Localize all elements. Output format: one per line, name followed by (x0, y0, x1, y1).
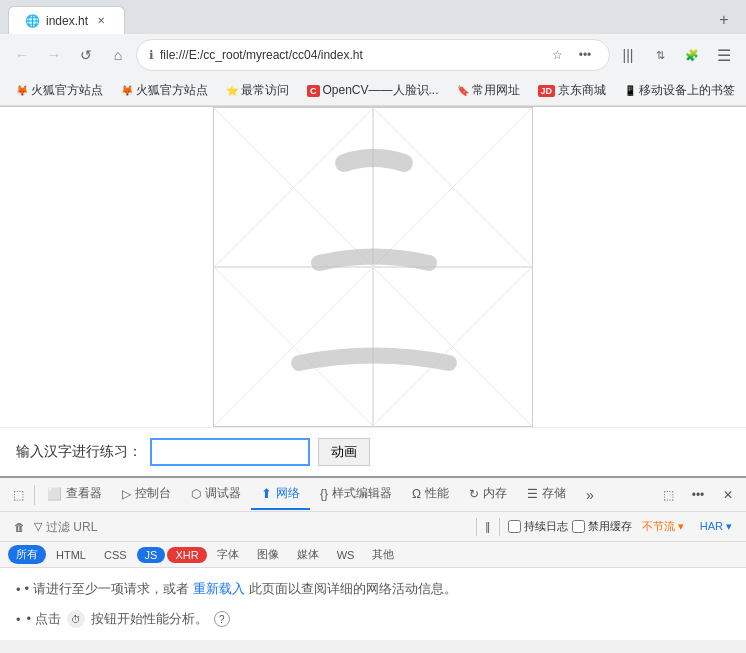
sync-btn[interactable]: ⇅ (646, 41, 674, 69)
persist-log-label[interactable]: 持续日志 (508, 519, 568, 534)
extensions-btn[interactable]: 🧩 (678, 41, 706, 69)
responsive-design-btn[interactable]: ⬚ (654, 481, 682, 509)
devtools-tab-debugger[interactable]: ⬡ 调试器 (181, 479, 251, 510)
devtools-tab-console[interactable]: ▷ 控制台 (112, 479, 181, 510)
character-grid (0, 107, 746, 427)
url-filter-input[interactable] (46, 520, 468, 534)
style-editor-label: 样式编辑器 (332, 485, 392, 502)
bookmark-label-4: 常用网址 (472, 82, 520, 99)
memory-icon: ↻ (469, 487, 479, 501)
msg2-prefix: • 点击 (27, 610, 61, 628)
tab-close-btn[interactable]: ✕ (94, 14, 108, 28)
devtools-tab-inspector[interactable]: ⬜ 查看器 (37, 479, 112, 510)
help-icon[interactable]: ? (214, 611, 230, 627)
msg1-prefix: • 请进行至少一项请求，或者 (25, 580, 189, 598)
disable-cache-checkbox[interactable] (572, 520, 585, 533)
home-btn[interactable]: ⌂ (104, 41, 132, 69)
devtools-options-btn[interactable]: ••• (684, 481, 712, 509)
filter-tab-media[interactable]: 媒体 (289, 545, 327, 564)
browser-content: 输入汉字进行练习： 动画 (0, 107, 746, 476)
filter-tabs: 所有 HTML CSS JS XHR 字体 图像 媒体 WS 其他 (0, 542, 746, 568)
tab-title: index.ht (46, 14, 88, 28)
bookmark-favicon-1: 🦊 (121, 85, 133, 96)
active-tab[interactable]: 🌐 index.ht ✕ (8, 6, 125, 34)
console-icon: ▷ (122, 487, 131, 501)
bookmark-item-5[interactable]: JD 京东商城 (530, 79, 615, 102)
filter-tab-other[interactable]: 其他 (364, 545, 402, 564)
har-btn[interactable]: HAR ▾ (694, 518, 738, 535)
bookmark-item-4[interactable]: 🔖 常用网址 (449, 79, 528, 102)
filter-tab-all[interactable]: 所有 (8, 545, 46, 564)
bullet-1: • (16, 582, 21, 597)
inspector-label: 查看器 (66, 485, 102, 502)
devtools-inspect-btn[interactable]: ⬚ (4, 481, 32, 509)
pause-btn[interactable]: ‖ (485, 520, 491, 533)
persist-log-checkbox[interactable] (508, 520, 521, 533)
bookmark-label-5: 京东商城 (558, 82, 606, 99)
devtools-tab-memory[interactable]: ↻ 内存 (459, 479, 517, 510)
network-messages: • • 请进行至少一项请求，或者 重新载入 此页面以查阅详细的网络活动信息。 •… (0, 568, 746, 640)
reload-btn[interactable]: ↺ (72, 41, 100, 69)
bookmark-label-3: OpenCV——人脸识... (323, 82, 439, 99)
perf-icon: ⏱ (67, 610, 85, 628)
char-input[interactable] (150, 438, 310, 466)
bookmark-item-1[interactable]: 🦊 火狐官方站点 (113, 79, 216, 102)
filter-tab-images[interactable]: 图像 (249, 545, 287, 564)
main-menu-btn[interactable]: ☰ (710, 41, 738, 69)
input-area: 输入汉字进行练习： 动画 (0, 427, 746, 476)
reload-link[interactable]: 重新载入 (193, 580, 245, 598)
devtools-close-btn[interactable]: ✕ (714, 481, 742, 509)
forward-btn[interactable]: → (40, 41, 68, 69)
network-toolbar: 🗑 ▽ ‖ 持续日志 禁用缓存 不节流 ▾ HAR ▾ (0, 512, 746, 542)
back-btn[interactable]: ← (8, 41, 36, 69)
filter-tab-css[interactable]: CSS (96, 547, 135, 563)
bookmark-favicon-4: 🔖 (457, 85, 469, 96)
bookmark-favicon-3: C (307, 85, 320, 97)
bookmarks-bar: 🦊 火狐官方站点 🦊 火狐官方站点 ⭐ 最常访问 C OpenCV——人脸识..… (0, 76, 746, 106)
address-bar[interactable]: ℹ file:///E:/cc_root/myreact/cc04/index.… (136, 39, 610, 71)
performance-icon: Ω (412, 487, 421, 501)
address-text: file:///E:/cc_root/myreact/cc04/index.ht (160, 48, 539, 62)
performance-label: 性能 (425, 485, 449, 502)
network-icon: ⬆ (261, 486, 272, 501)
bookmark-star-btn[interactable]: ☆ (545, 43, 569, 67)
filter-tab-ws[interactable]: WS (329, 547, 363, 563)
devtools-more-tabs-btn[interactable]: » (576, 481, 604, 509)
devtools-tab-network[interactable]: ⬆ 网络 (251, 479, 310, 510)
bookmark-item-6[interactable]: 📱 移动设备上的书签 (616, 79, 743, 102)
devtools-tab-performance[interactable]: Ω 性能 (402, 479, 459, 510)
filter-input-area: ▽ (34, 520, 468, 534)
no-throttle-btn[interactable]: 不节流 ▾ (636, 517, 690, 536)
bookmark-label-1: 火狐官方站点 (136, 82, 208, 99)
persist-log-text: 持续日志 (524, 519, 568, 534)
grid-lines-svg (214, 108, 532, 426)
bookmark-favicon-0: 🦊 (16, 85, 28, 96)
storage-icon: ☰ (527, 487, 538, 501)
bookmark-item-0[interactable]: 🦊 火狐官方站点 (8, 79, 111, 102)
filter-tab-js[interactable]: JS (137, 547, 166, 563)
filter-tab-xhr[interactable]: XHR (167, 547, 206, 563)
tab-bar: 🌐 index.ht ✕ + (0, 0, 746, 34)
bookmark-label-0: 火狐官方站点 (31, 82, 103, 99)
clear-network-btn[interactable]: 🗑 (8, 516, 30, 538)
filter-tab-fonts[interactable]: 字体 (209, 545, 247, 564)
toolbar-separator-1 (34, 485, 35, 505)
animation-btn[interactable]: 动画 (318, 438, 370, 466)
bookmarks-btn[interactable]: ||| (614, 41, 642, 69)
devtools-tab-storage[interactable]: ☰ 存储 (517, 479, 576, 510)
devtools-tab-style-editor[interactable]: {} 样式编辑器 (310, 479, 402, 510)
tab-favicon: 🌐 (25, 14, 40, 28)
bullet-2: • (16, 612, 21, 627)
more-address-btn[interactable]: ••• (573, 43, 597, 67)
bookmark-favicon-5: JD (538, 85, 556, 97)
new-tab-btn[interactable]: + (710, 6, 738, 34)
input-label: 输入汉字进行练习： (16, 443, 142, 461)
storage-label: 存储 (542, 485, 566, 502)
bookmark-item-3[interactable]: C OpenCV——人脸识... (299, 79, 447, 102)
bookmark-item-2[interactable]: ⭐ 最常访问 (218, 79, 297, 102)
filter-tab-html[interactable]: HTML (48, 547, 94, 563)
disable-cache-label[interactable]: 禁用缓存 (572, 519, 632, 534)
devtools-panel: ⬚ ⬜ 查看器 ▷ 控制台 ⬡ 调试器 ⬆ 网络 {} 样式编辑器 Ω 性能 ↻… (0, 476, 746, 640)
nav-bar: ← → ↺ ⌂ ℹ file:///E:/cc_root/myreact/cc0… (0, 34, 746, 76)
net-divider-1 (476, 518, 477, 536)
